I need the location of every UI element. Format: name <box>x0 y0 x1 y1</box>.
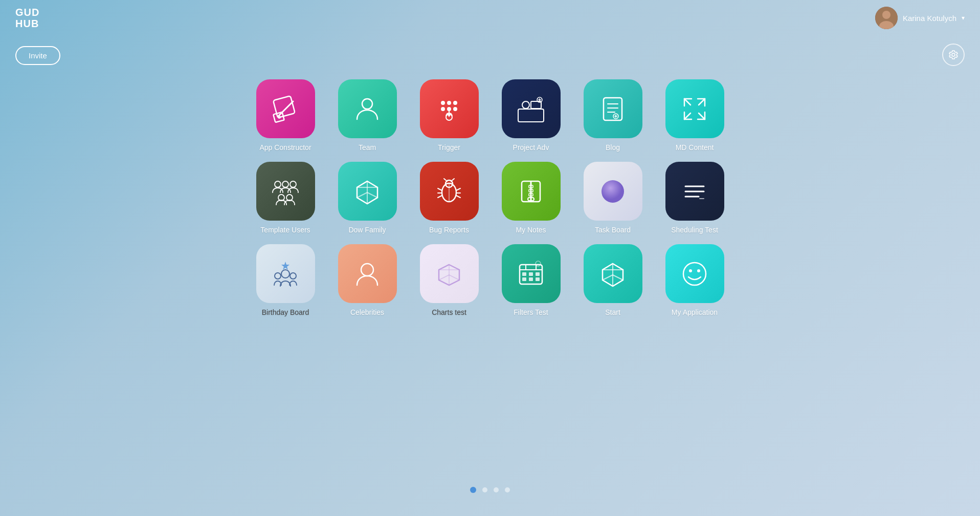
app-item-bug-reports[interactable]: Bug Reports <box>416 162 482 234</box>
app-item-my-notes[interactable]: My Notes <box>498 162 564 234</box>
app-item-dow-family[interactable]: Dow Family <box>334 162 400 234</box>
app-item-team[interactable]: Team <box>334 79 400 152</box>
svg-marker-71 <box>281 262 289 270</box>
app-item-blog[interactable]: Blog <box>580 79 646 152</box>
svg-point-6 <box>278 116 281 119</box>
my-notes-label: My Notes <box>516 226 546 234</box>
blog-icon <box>584 79 642 138</box>
svg-line-78 <box>439 275 449 280</box>
bug-reports-label: Bug Reports <box>429 226 469 234</box>
svg-line-55 <box>438 196 442 198</box>
task-board-label: Task Board <box>595 226 631 234</box>
dow-family-label: Dow Family <box>348 226 386 234</box>
celebrities-label: Celebrities <box>350 308 384 316</box>
settings-icon[interactable] <box>942 44 965 66</box>
dow-family-icon <box>338 162 397 221</box>
svg-line-52 <box>451 179 454 181</box>
trigger-label: Trigger <box>438 143 460 152</box>
svg-line-47 <box>357 192 367 198</box>
svg-point-73 <box>275 273 281 279</box>
chevron-down-icon: ▾ <box>962 14 965 22</box>
task-board-icon <box>584 162 642 221</box>
user-name: Karina Kotulych <box>903 14 956 23</box>
birthday-board-icon <box>256 244 315 303</box>
charts-test-icon <box>420 244 479 303</box>
app-constructor-icon <box>256 79 315 138</box>
header-right: Karina Kotulych ▾ <box>875 7 965 29</box>
app-item-start[interactable]: Start <box>580 244 646 316</box>
pagination-dot-1[interactable] <box>470 487 476 493</box>
svg-point-42 <box>290 181 296 187</box>
svg-point-12 <box>447 107 451 111</box>
svg-point-1 <box>882 11 890 19</box>
app-item-sheduling-test[interactable]: Sheduling Test <box>661 162 728 234</box>
app-row-2: Template Users Dow Family <box>252 162 728 234</box>
pagination-dot-3[interactable] <box>494 487 499 492</box>
app-item-template-users[interactable]: Template Users <box>252 162 319 234</box>
app-item-project-adv[interactable]: Project Adv <box>498 79 564 152</box>
svg-rect-87 <box>522 277 526 281</box>
svg-point-40 <box>275 181 281 187</box>
start-label: Start <box>605 308 620 316</box>
my-notes-icon <box>502 162 561 221</box>
app-item-trigger[interactable]: Trigger <box>416 79 482 152</box>
bug-reports-icon <box>420 162 479 221</box>
app-row-3: Birthday Board Celebrities <box>252 244 728 316</box>
svg-point-7 <box>362 99 372 109</box>
app-item-charts-test[interactable]: Charts test <box>416 244 482 316</box>
svg-point-9 <box>447 101 451 105</box>
app-item-app-constructor[interactable]: App Constructor <box>252 79 319 152</box>
avatar <box>875 7 898 29</box>
template-users-label: Template Users <box>260 226 310 234</box>
svg-rect-88 <box>529 277 533 281</box>
app-item-filters-test[interactable]: Filters Test <box>498 244 564 316</box>
svg-point-95 <box>683 263 706 285</box>
svg-line-51 <box>444 179 447 181</box>
svg-point-8 <box>441 101 445 105</box>
filters-test-label: Filters Test <box>514 308 548 316</box>
svg-rect-85 <box>529 272 533 276</box>
svg-line-48 <box>367 192 377 198</box>
header: GUD HUB Karina Kotulych ▾ <box>0 0 980 36</box>
svg-rect-89 <box>536 277 540 281</box>
team-label: Team <box>359 143 376 152</box>
md-content-label: MD Content <box>676 143 714 152</box>
app-item-birthday-board[interactable]: Birthday Board <box>252 244 319 316</box>
svg-line-33 <box>699 99 705 105</box>
sheduling-test-icon <box>665 162 724 221</box>
app-item-task-board[interactable]: Task Board <box>580 162 646 234</box>
template-users-icon <box>256 162 315 221</box>
pagination <box>470 487 510 493</box>
invite-button[interactable]: Invite <box>15 46 60 65</box>
app-grid: App Constructor Team <box>0 79 980 316</box>
app-item-celebrities[interactable]: Celebrities <box>334 244 400 316</box>
birthday-board-label: Birthday Board <box>262 308 309 316</box>
svg-point-96 <box>689 269 692 272</box>
svg-point-72 <box>281 270 289 278</box>
svg-line-58 <box>456 196 460 198</box>
team-icon <box>338 79 397 138</box>
svg-rect-84 <box>522 272 526 276</box>
svg-point-74 <box>290 273 296 279</box>
logo: GUD HUB <box>15 7 39 29</box>
app-row-1: App Constructor Team <box>252 79 728 152</box>
svg-point-13 <box>453 107 457 111</box>
app-item-md-content[interactable]: MD Content <box>661 79 728 152</box>
app-constructor-label: App Constructor <box>259 143 311 152</box>
trigger-icon <box>420 79 479 138</box>
svg-rect-15 <box>518 109 544 122</box>
my-application-label: My Application <box>672 308 718 316</box>
pagination-dot-2[interactable] <box>482 487 487 492</box>
svg-line-53 <box>438 188 442 190</box>
svg-point-10 <box>453 101 457 105</box>
svg-point-41 <box>282 181 288 187</box>
svg-line-93 <box>603 275 613 280</box>
pagination-dot-4[interactable] <box>505 487 510 492</box>
sheduling-test-label: Sheduling Test <box>671 226 718 234</box>
svg-point-75 <box>361 264 373 276</box>
app-item-my-application[interactable]: My Application <box>661 244 728 316</box>
svg-line-39 <box>699 113 705 119</box>
svg-rect-3 <box>273 96 295 118</box>
svg-point-97 <box>697 269 700 272</box>
svg-line-30 <box>684 99 691 105</box>
